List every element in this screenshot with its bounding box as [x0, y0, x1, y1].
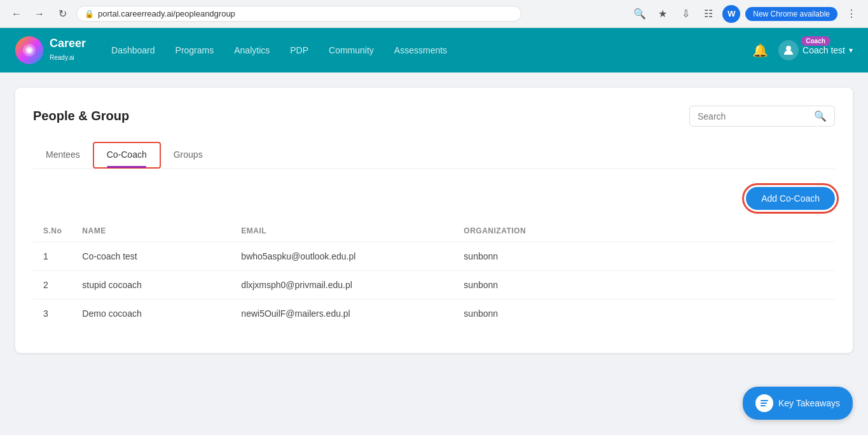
cell-organization: sunbonn [453, 300, 835, 328]
address-bar[interactable]: 🔒 portal.careerready.ai/peopleandgroup [76, 6, 521, 22]
extensions-button[interactable]: ☷ [699, 5, 717, 23]
nav-programs[interactable]: Programs [176, 40, 214, 60]
search-input[interactable] [698, 111, 809, 121]
user-name: Coach test [803, 45, 845, 55]
logo-area[interactable]: Career Ready.ai [15, 36, 86, 64]
user-icon [778, 40, 799, 60]
user-area[interactable]: Coach test ▾ [778, 40, 853, 60]
logo-icon [15, 36, 43, 64]
search-icon: 🔍 [814, 110, 827, 122]
menu-button[interactable]: ⋮ [843, 5, 860, 23]
tab-cocoach[interactable]: Co-Coach [93, 142, 161, 169]
cell-email: dlxjxmsph0@privmail.edu.pl [231, 271, 453, 300]
main-content: People & Group 🔍 Mentees Co-Coach Groups… [0, 72, 868, 368]
bookmark-button[interactable]: ★ [654, 5, 672, 23]
nav-analytics[interactable]: Analytics [234, 40, 270, 60]
table-actions: Add Co-Coach [33, 187, 835, 210]
add-cocoach-button[interactable]: Add Co-Coach [746, 187, 835, 210]
table-row: 3 Demo cocoach newi5OuilF@mailers.edu.pl… [33, 300, 835, 328]
user-menu[interactable]: Coach Coach test ▾ [778, 40, 853, 60]
cell-sno: 1 [33, 242, 72, 271]
tab-groups[interactable]: Groups [161, 142, 216, 169]
page-header: People & Group 🔍 [33, 106, 835, 127]
nav-assessments[interactable]: Assessments [394, 40, 447, 60]
cell-email: bwho5aspku@outlook.edu.pl [231, 242, 453, 271]
new-chrome-badge[interactable]: New Chrome available [745, 7, 837, 21]
table-row: 1 Co-coach test bwho5aspku@outlook.edu.p… [33, 242, 835, 271]
chevron-down-icon: ▾ [849, 46, 853, 55]
page-card: People & Group 🔍 Mentees Co-Coach Groups… [15, 88, 853, 353]
browser-actions: 🔍 ★ ⇩ ☷ W New Chrome available ⋮ [631, 5, 860, 23]
svg-point-3 [786, 46, 791, 51]
lock-icon: 🔒 [85, 10, 94, 18]
cell-name: Co-coach test [72, 242, 231, 271]
top-navigation: Career Ready.ai Dashboard Programs Analy… [0, 28, 868, 72]
col-header-name: NAME [72, 220, 231, 242]
cocoach-table: S.No NAME EMAIL ORGANIZATION 1 Co-coach … [33, 220, 835, 328]
cell-sno: 3 [33, 300, 72, 328]
col-header-email: EMAIL [231, 220, 453, 242]
cell-organization: sunbonn [453, 271, 835, 300]
table-row: 2 stupid cocoach dlxjxmsph0@privmail.edu… [33, 271, 835, 300]
download-button[interactable]: ⇩ [677, 5, 694, 23]
reload-button[interactable]: ↻ [53, 5, 71, 23]
browser-chrome: ← → ↻ 🔒 portal.careerready.ai/peopleandg… [0, 0, 868, 28]
search-box[interactable]: 🔍 [689, 106, 835, 127]
cell-name: stupid cocoach [72, 271, 231, 300]
cell-email: newi5OuilF@mailers.edu.pl [231, 300, 453, 328]
tabs-container: Mentees Co-Coach Groups [33, 142, 835, 169]
notifications-bell[interactable]: 🔔 [752, 43, 768, 58]
nav-links: Dashboard Programs Analytics PDP Communi… [111, 40, 752, 60]
url-text: portal.careerready.ai/peopleandgroup [98, 9, 235, 18]
nav-dashboard[interactable]: Dashboard [111, 40, 155, 60]
tab-mentees[interactable]: Mentees [33, 142, 93, 169]
profile-avatar[interactable]: W [722, 5, 740, 23]
nav-community[interactable]: Community [329, 40, 374, 60]
page-title: People & Group [33, 109, 129, 123]
forward-button[interactable]: → [31, 5, 48, 23]
cell-organization: sunbonn [453, 242, 835, 271]
table-body: 1 Co-coach test bwho5aspku@outlook.edu.p… [33, 242, 835, 328]
col-header-sno: S.No [33, 220, 72, 242]
col-header-org: ORGANIZATION [453, 220, 835, 242]
table-header: S.No NAME EMAIL ORGANIZATION [33, 220, 835, 242]
nav-pdp[interactable]: PDP [290, 40, 308, 60]
nav-right: 🔔 Coach Coach test ▾ [752, 40, 853, 60]
cell-name: Demo cocoach [72, 300, 231, 328]
logo-text: Career Ready.ai [50, 38, 86, 63]
svg-point-2 [27, 48, 31, 52]
search-browser-button[interactable]: 🔍 [631, 5, 649, 23]
cell-sno: 2 [33, 271, 72, 300]
back-button[interactable]: ← [8, 5, 25, 23]
